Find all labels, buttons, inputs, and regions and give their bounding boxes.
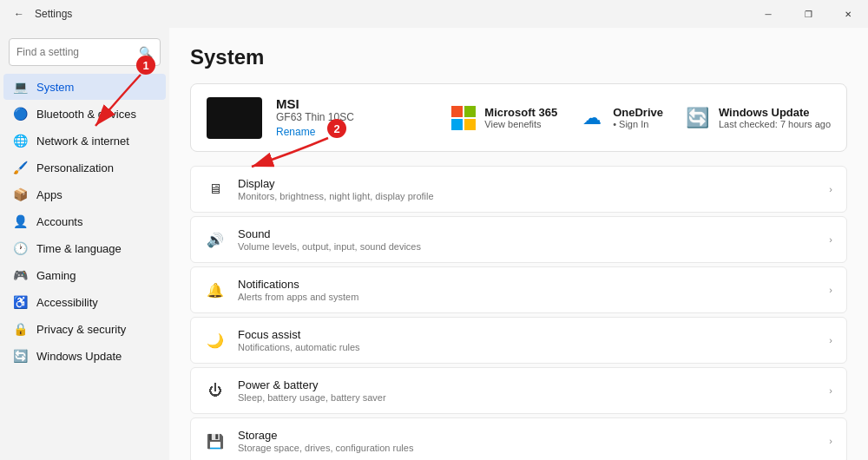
settings-item-power[interactable]: ⏻ Power & battery Sleep, battery usage, … bbox=[190, 367, 847, 414]
sidebar-nav: 💻 System 🔵 Bluetooth & devices 🌐 Network… bbox=[0, 73, 169, 370]
settings-text-display: Display Monitors, brightness, night ligh… bbox=[238, 177, 817, 201]
settings-item-notifications[interactable]: 🔔 Notifications Alerts from apps and sys… bbox=[190, 266, 847, 313]
nav-icon-privacy: 🔒 bbox=[12, 321, 28, 337]
service-text: Windows Update Last checked: 7 hours ago bbox=[719, 106, 831, 129]
settings-icon-focus: 🌙 bbox=[205, 330, 226, 351]
settings-title-notifications: Notifications bbox=[238, 278, 817, 291]
settings-item-display[interactable]: 🖥 Display Monitors, brightness, night li… bbox=[190, 166, 847, 213]
sidebar-item-personalization[interactable]: 🖌️ Personalization bbox=[3, 154, 166, 181]
close-button[interactable]: ✕ bbox=[828, 0, 868, 28]
sidebar-item-network[interactable]: 🌐 Network & internet bbox=[3, 128, 166, 154]
nav-label-system: System bbox=[36, 81, 74, 94]
nav-label-time: Time & language bbox=[36, 242, 122, 255]
settings-title-power: Power & battery bbox=[238, 378, 817, 391]
device-thumbnail bbox=[207, 97, 262, 139]
settings-text-power: Power & battery Sleep, battery usage, ba… bbox=[238, 378, 817, 403]
nav-label-accounts: Accounts bbox=[36, 215, 82, 228]
sidebar-item-privacy[interactable]: 🔒 Privacy & security bbox=[3, 316, 166, 342]
service-name: Microsoft 365 bbox=[484, 106, 557, 119]
nav-label-gaming: Gaming bbox=[36, 269, 76, 282]
titlebar: ← Settings ─ ❐ ✕ bbox=[0, 0, 868, 28]
settings-icon-sound: 🔊 bbox=[205, 229, 226, 250]
chevron-icon-sound: › bbox=[829, 234, 832, 245]
minimize-button[interactable]: ─ bbox=[748, 0, 788, 28]
nav-label-apps: Apps bbox=[36, 188, 62, 201]
search-input[interactable] bbox=[16, 46, 134, 58]
service-name: Windows Update bbox=[719, 106, 831, 119]
nav-label-bluetooth: Bluetooth & devices bbox=[36, 108, 136, 121]
nav-icon-system: 💻 bbox=[12, 79, 28, 95]
main-layout: 🔍 💻 System 🔵 Bluetooth & devices 🌐 Netwo… bbox=[0, 28, 868, 460]
sidebar-item-update[interactable]: 🔄 Windows Update bbox=[3, 343, 166, 369]
sidebar-item-accounts[interactable]: 👤 Accounts bbox=[3, 208, 166, 234]
chevron-icon-focus: › bbox=[829, 335, 832, 345]
device-info: MSI GF63 Thin 10SC Rename bbox=[276, 96, 436, 139]
nav-icon-accounts: 👤 bbox=[12, 214, 28, 229]
service-sub: Last checked: 7 hours ago bbox=[719, 119, 831, 129]
sidebar-item-system[interactable]: 💻 System bbox=[3, 74, 166, 100]
settings-title-sound: Sound bbox=[238, 227, 817, 240]
settings-title-display: Display bbox=[238, 177, 817, 190]
service-sub: • Sign In bbox=[613, 119, 663, 129]
settings-text-focus: Focus assist Notifications, automatic ru… bbox=[238, 328, 817, 352]
sidebar-item-bluetooth[interactable]: 🔵 Bluetooth & devices bbox=[3, 101, 166, 127]
nav-icon-time: 🕐 bbox=[12, 240, 28, 256]
settings-item-storage[interactable]: 💾 Storage Storage space, drives, configu… bbox=[190, 417, 847, 460]
device-rename-link[interactable]: Rename bbox=[276, 126, 315, 138]
service-icon bbox=[450, 104, 477, 132]
restore-button[interactable]: ❐ bbox=[788, 0, 828, 28]
settings-text-storage: Storage Storage space, drives, configura… bbox=[238, 429, 817, 453]
service-text: Microsoft 365 View benefits bbox=[484, 106, 557, 129]
device-name: MSI bbox=[276, 96, 436, 111]
svg-rect-0 bbox=[451, 106, 463, 117]
service-name: OneDrive bbox=[613, 106, 663, 119]
service-text: OneDrive • Sign In bbox=[613, 106, 663, 129]
settings-icon-storage: 💾 bbox=[205, 430, 226, 451]
service-windowsupdate[interactable]: 🔄 Windows Update Last checked: 7 hours a… bbox=[684, 104, 831, 132]
settings-sub-storage: Storage space, drives, configuration rul… bbox=[238, 443, 817, 453]
sidebar-item-gaming[interactable]: 🎮 Gaming bbox=[3, 262, 166, 288]
sidebar-item-time[interactable]: 🕐 Time & language bbox=[3, 235, 166, 261]
sidebar-item-accessibility[interactable]: ♿ Accessibility bbox=[3, 289, 166, 315]
settings-sub-focus: Notifications, automatic rules bbox=[238, 342, 817, 352]
nav-icon-gaming: 🎮 bbox=[12, 267, 28, 283]
device-model: GF63 Thin 10SC bbox=[276, 111, 436, 123]
svg-rect-1 bbox=[464, 106, 476, 117]
service-icon: 🔄 bbox=[684, 104, 712, 132]
nav-label-privacy: Privacy & security bbox=[36, 323, 126, 336]
settings-icon-display: 🖥 bbox=[205, 179, 226, 200]
chevron-icon-power: › bbox=[829, 385, 832, 396]
device-services: Microsoft 365 View benefits ☁ OneDrive •… bbox=[450, 104, 831, 132]
settings-sub-sound: Volume levels, output, input, sound devi… bbox=[238, 241, 817, 252]
settings-item-focus[interactable]: 🌙 Focus assist Notifications, automatic … bbox=[190, 317, 847, 364]
settings-item-sound[interactable]: 🔊 Sound Volume levels, output, input, so… bbox=[190, 216, 847, 263]
back-button[interactable]: ← bbox=[7, 2, 31, 26]
search-icon: 🔍 bbox=[139, 46, 153, 59]
settings-sub-notifications: Alerts from apps and system bbox=[238, 292, 817, 302]
settings-list: 🖥 Display Monitors, brightness, night li… bbox=[190, 166, 847, 460]
nav-icon-network: 🌐 bbox=[12, 133, 28, 148]
chevron-icon-storage: › bbox=[829, 436, 832, 446]
nav-icon-bluetooth: 🔵 bbox=[12, 106, 28, 122]
service-microsoft365[interactable]: Microsoft 365 View benefits bbox=[450, 104, 557, 132]
nav-icon-accessibility: ♿ bbox=[12, 294, 28, 310]
service-onedrive[interactable]: ☁ OneDrive • Sign In bbox=[578, 104, 663, 132]
settings-sub-power: Sleep, battery usage, battery saver bbox=[238, 392, 817, 403]
settings-icon-notifications: 🔔 bbox=[205, 279, 226, 300]
svg-rect-2 bbox=[451, 119, 463, 130]
chevron-icon-display: › bbox=[829, 184, 832, 194]
titlebar-title: Settings bbox=[35, 8, 72, 20]
sidebar-item-apps[interactable]: 📦 Apps bbox=[3, 181, 166, 207]
nav-icon-personalization: 🖌️ bbox=[12, 160, 28, 175]
page-title: System bbox=[190, 45, 847, 69]
nav-icon-update: 🔄 bbox=[12, 348, 28, 364]
sidebar: 🔍 💻 System 🔵 Bluetooth & devices 🌐 Netwo… bbox=[0, 28, 169, 460]
nav-label-update: Windows Update bbox=[36, 350, 122, 363]
chevron-icon-notifications: › bbox=[829, 285, 832, 295]
settings-text-sound: Sound Volume levels, output, input, soun… bbox=[238, 227, 817, 252]
settings-title-focus: Focus assist bbox=[238, 328, 817, 341]
search-box[interactable]: 🔍 bbox=[9, 38, 161, 66]
nav-icon-apps: 📦 bbox=[12, 187, 28, 202]
svg-rect-3 bbox=[464, 119, 476, 130]
nav-label-personalization: Personalization bbox=[36, 161, 114, 174]
